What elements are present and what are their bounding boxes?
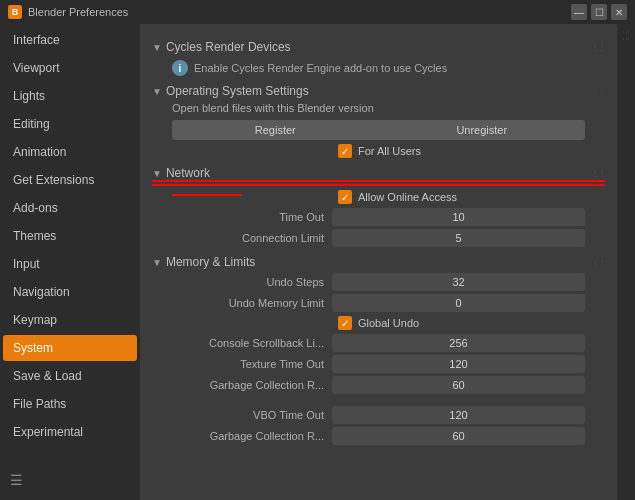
blender-icon: B bbox=[8, 5, 22, 19]
titlebar: B Blender Preferences — ☐ ✕ bbox=[0, 0, 635, 24]
network-section-wrapper: ▼ Network ⋮⋮ bbox=[152, 166, 605, 180]
global-undo-label: Global Undo bbox=[358, 317, 419, 329]
global-undo-check-icon: ✓ bbox=[341, 318, 349, 329]
cycles-section-title: Cycles Render Devices bbox=[166, 40, 291, 54]
console-scrollback-input[interactable] bbox=[332, 334, 585, 352]
console-scrollback-row: Console Scrollback Li... bbox=[172, 334, 585, 352]
undo-memory-label: Undo Memory Limit bbox=[172, 297, 332, 309]
os-arrow-icon: ▼ bbox=[152, 86, 162, 97]
cycles-section-dots: ⋮⋮ bbox=[591, 43, 605, 52]
right-panel: ⋮⋮ bbox=[617, 24, 635, 500]
texture-timeout-input[interactable] bbox=[332, 355, 585, 373]
cycles-info-row: i Enable Cycles Render Engine add-on to … bbox=[172, 60, 585, 76]
allow-online-check-icon: ✓ bbox=[341, 192, 349, 203]
cycles-info-text: Enable Cycles Render Engine add-on to us… bbox=[194, 62, 447, 74]
os-section-dots: ⋮⋮ bbox=[591, 87, 605, 96]
sidebar-item-save-load[interactable]: Save & Load bbox=[3, 363, 137, 389]
texture-timeout-row: Texture Time Out bbox=[172, 355, 585, 373]
sidebar-item-add-ons[interactable]: Add-ons bbox=[3, 195, 137, 221]
for-all-users-checkbox[interactable]: ✓ bbox=[338, 144, 352, 158]
timeout-row: Time Out bbox=[172, 208, 585, 226]
network-section-title: Network bbox=[166, 166, 210, 180]
register-button[interactable]: Register bbox=[172, 120, 379, 140]
memory-section-header[interactable]: ▼ Memory & Limits ⋮⋮ bbox=[152, 255, 605, 269]
connection-limit-input[interactable] bbox=[332, 229, 585, 247]
garbage-collection2-row: Garbage Collection R... bbox=[172, 427, 585, 445]
allow-online-row[interactable]: ✓ Allow Online Access bbox=[172, 190, 585, 204]
network-red-underline bbox=[172, 194, 242, 196]
undo-memory-input[interactable] bbox=[332, 294, 585, 312]
sidebar-item-animation[interactable]: Animation bbox=[3, 139, 137, 165]
allow-online-label: Allow Online Access bbox=[358, 191, 457, 203]
cycles-info-icon: i bbox=[172, 60, 188, 76]
console-scrollback-label: Console Scrollback Li... bbox=[172, 337, 332, 349]
vbo-timeout-input[interactable] bbox=[332, 406, 585, 424]
timeout-input[interactable] bbox=[332, 208, 585, 226]
maximize-button[interactable]: ☐ bbox=[591, 4, 607, 20]
spacer bbox=[152, 397, 605, 403]
content-area: ▼ Cycles Render Devices ⋮⋮ i Enable Cycl… bbox=[140, 24, 617, 500]
connection-limit-row: Connection Limit bbox=[172, 229, 585, 247]
os-button-row: Register Unregister bbox=[172, 120, 585, 140]
network-arrow-icon: ▼ bbox=[152, 168, 162, 179]
cycles-section-header[interactable]: ▼ Cycles Render Devices ⋮⋮ bbox=[152, 40, 605, 54]
titlebar-controls[interactable]: — ☐ ✕ bbox=[571, 4, 627, 20]
network-section-dots: ⋮⋮ bbox=[591, 169, 605, 178]
undo-memory-row: Undo Memory Limit bbox=[172, 294, 585, 312]
undo-steps-label: Undo Steps bbox=[172, 276, 332, 288]
sidebar: Interface Viewport Lights Editing Animat… bbox=[0, 24, 140, 500]
vbo-timeout-row: VBO Time Out bbox=[172, 406, 585, 424]
global-undo-checkbox[interactable]: ✓ bbox=[338, 316, 352, 330]
sidebar-item-viewport[interactable]: Viewport bbox=[3, 55, 137, 81]
sidebar-bottom: ☰ bbox=[0, 462, 140, 498]
sidebar-item-file-paths[interactable]: File Paths bbox=[3, 391, 137, 417]
garbage-collection2-input[interactable] bbox=[332, 427, 585, 445]
network-section-header[interactable]: ▼ Network ⋮⋮ bbox=[152, 166, 605, 180]
memory-section-title: Memory & Limits bbox=[166, 255, 255, 269]
texture-timeout-label: Texture Time Out bbox=[172, 358, 332, 370]
os-section-header[interactable]: ▼ Operating System Settings ⋮⋮ bbox=[152, 84, 605, 98]
sidebar-item-editing[interactable]: Editing bbox=[3, 111, 137, 137]
titlebar-title: Blender Preferences bbox=[28, 6, 128, 18]
for-all-users-label: For All Users bbox=[358, 145, 421, 157]
global-undo-row[interactable]: ✓ Global Undo bbox=[172, 316, 585, 330]
sidebar-item-lights[interactable]: Lights bbox=[3, 83, 137, 109]
titlebar-left: B Blender Preferences bbox=[8, 5, 128, 19]
garbage-collection-input[interactable] bbox=[332, 376, 585, 394]
sidebar-item-input[interactable]: Input bbox=[3, 251, 137, 277]
sidebar-item-interface[interactable]: Interface bbox=[3, 27, 137, 53]
garbage-collection-label: Garbage Collection R... bbox=[172, 379, 332, 391]
sidebar-item-experimental[interactable]: Experimental bbox=[3, 419, 137, 445]
sidebar-item-get-extensions[interactable]: Get Extensions bbox=[3, 167, 137, 193]
minimize-button[interactable]: — bbox=[571, 4, 587, 20]
undo-steps-input[interactable] bbox=[332, 273, 585, 291]
sidebar-item-keymap[interactable]: Keymap bbox=[3, 307, 137, 333]
garbage-collection2-label: Garbage Collection R... bbox=[172, 430, 332, 442]
unregister-button[interactable]: Unregister bbox=[379, 120, 586, 140]
sidebar-menu-icon[interactable]: ☰ bbox=[0, 466, 140, 494]
sidebar-item-themes[interactable]: Themes bbox=[3, 223, 137, 249]
red-line bbox=[152, 184, 605, 186]
undo-steps-row: Undo Steps bbox=[172, 273, 585, 291]
vbo-timeout-label: VBO Time Out bbox=[172, 409, 332, 421]
memory-section-dots: ⋮⋮ bbox=[591, 258, 605, 267]
sidebar-item-system[interactable]: System bbox=[3, 335, 137, 361]
sidebar-item-navigation[interactable]: Navigation bbox=[3, 279, 137, 305]
os-blend-label: Open blend files with this Blender versi… bbox=[172, 102, 585, 114]
right-panel-handle[interactable]: ⋮⋮ bbox=[622, 28, 631, 42]
for-all-users-check-icon: ✓ bbox=[341, 146, 349, 157]
main-container: Interface Viewport Lights Editing Animat… bbox=[0, 24, 635, 500]
for-all-users-row[interactable]: ✓ For All Users bbox=[172, 144, 585, 158]
connection-limit-label: Connection Limit bbox=[172, 232, 332, 244]
garbage-collection-row: Garbage Collection R... bbox=[172, 376, 585, 394]
os-section-title: Operating System Settings bbox=[166, 84, 309, 98]
allow-online-checkbox[interactable]: ✓ bbox=[338, 190, 352, 204]
close-button[interactable]: ✕ bbox=[611, 4, 627, 20]
timeout-label: Time Out bbox=[172, 211, 332, 223]
red-line-row bbox=[152, 184, 605, 186]
cycles-arrow-icon: ▼ bbox=[152, 42, 162, 53]
memory-arrow-icon: ▼ bbox=[152, 257, 162, 268]
